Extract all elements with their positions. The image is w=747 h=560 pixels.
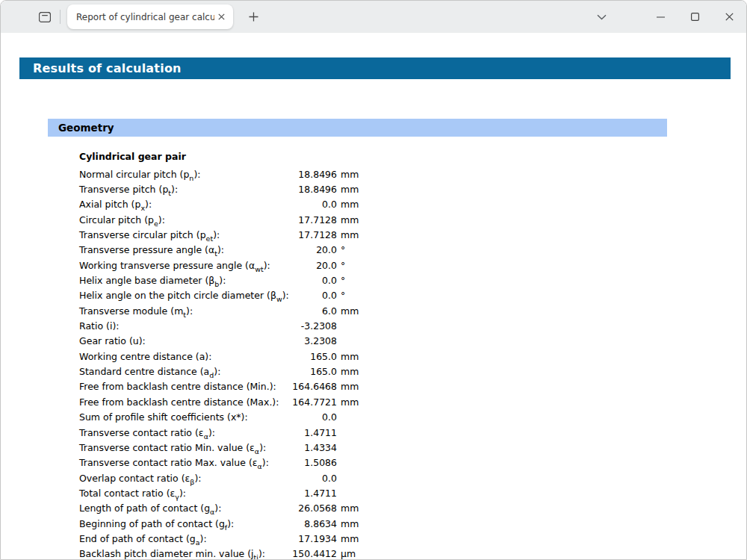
report-page: Results of calculation Geometry Cylindri… (1, 33, 746, 560)
subsection-title: Cylindrical gear pair (79, 151, 746, 162)
browser-window: Report of cylindrical gear calculation (0, 0, 747, 560)
tab-actions-button[interactable] (35, 7, 55, 27)
parameter-row: Helix angle base diameter (βb):0.0° (79, 273, 357, 287)
parameter-row: Working centre distance (a):165.0mm (79, 349, 357, 364)
new-tab-button[interactable] (243, 7, 264, 28)
parameter-row: Overlap contact ratio (εβ):0.0 (79, 470, 357, 485)
browser-tab-bar: Report of cylindrical gear calculation (1, 1, 746, 33)
parameter-row: Gear ratio (u):3.2308 (79, 334, 357, 349)
parameter-row: Transverse pressure angle (αt):20.0° (79, 243, 357, 258)
parameter-row: Standard centre distance (ad):165.0mm (79, 364, 357, 379)
parameter-row: Free from backlash centre distance (Max.… (79, 394, 357, 409)
parameter-row: Backlash pitch diameter min. value (jti)… (79, 547, 357, 560)
parameter-row: Length of path of contact (gα):26.0568mm (79, 501, 357, 516)
parameter-row: Axial pitch (px):0.0mm (79, 197, 357, 212)
parameter-row: Circular pitch (pe):17.7128mm (79, 212, 357, 227)
chevron-down-icon (597, 14, 607, 20)
section-title: Geometry (58, 122, 114, 134)
parameter-row: Working transverse pressure angle (αwt):… (79, 258, 357, 273)
close-icon (725, 13, 734, 21)
parameter-row: Helix angle on the pitch circle diameter… (79, 288, 357, 303)
parameter-row: Transverse module (mt):6.0mm (79, 303, 357, 318)
tab-list-dropdown-button[interactable] (591, 7, 612, 28)
parameter-row: End of path of contact (ga):17.1934mm (79, 531, 357, 546)
parameter-row: Free from backlash centre distance (Min.… (79, 379, 357, 394)
tab-actions-icon (39, 12, 51, 22)
parameter-row: Beginning of path of contact (gf):8.8634… (79, 516, 357, 531)
parameter-row: Transverse contact ratio Max. value (εα)… (79, 455, 357, 470)
plus-icon (249, 12, 258, 22)
minimize-button[interactable] (643, 1, 678, 33)
report-title-bar: Results of calculation (19, 57, 731, 79)
parameter-row: Sum of profile shift coefficients (x*):0… (79, 410, 357, 425)
parameter-row: Transverse contact ratio (εα):1.4711 (79, 425, 357, 440)
chrome-divider (60, 10, 61, 24)
browser-tab[interactable]: Report of cylindrical gear calculation (67, 4, 233, 29)
parameter-row: Transverse circular pitch (pet):17.7128m… (79, 227, 357, 242)
close-icon (218, 13, 225, 20)
parameter-row: Ratio (i):-3.2308 (79, 318, 357, 333)
close-button[interactable] (712, 1, 746, 33)
parameter-row: Total contact ratio (εγ):1.4711 (79, 485, 357, 500)
parameter-row: Transverse contact ratio Min. value (εα)… (79, 440, 357, 455)
parameter-row: Normal circular pitch (pn):18.8496mm (79, 167, 357, 181)
tab-close-button[interactable] (214, 10, 229, 24)
maximize-button[interactable] (678, 1, 712, 33)
parameter-row: Transverse pitch (pt):18.8496mm (79, 181, 357, 196)
minimize-icon (657, 16, 665, 18)
maximize-icon (691, 13, 699, 21)
section-header-geometry: Geometry (48, 119, 667, 137)
geometry-rows: Normal circular pitch (pn):18.8496mmTran… (79, 167, 357, 560)
tab-title: Report of cylindrical gear calculation (76, 12, 214, 22)
report-title: Results of calculation (33, 61, 182, 75)
